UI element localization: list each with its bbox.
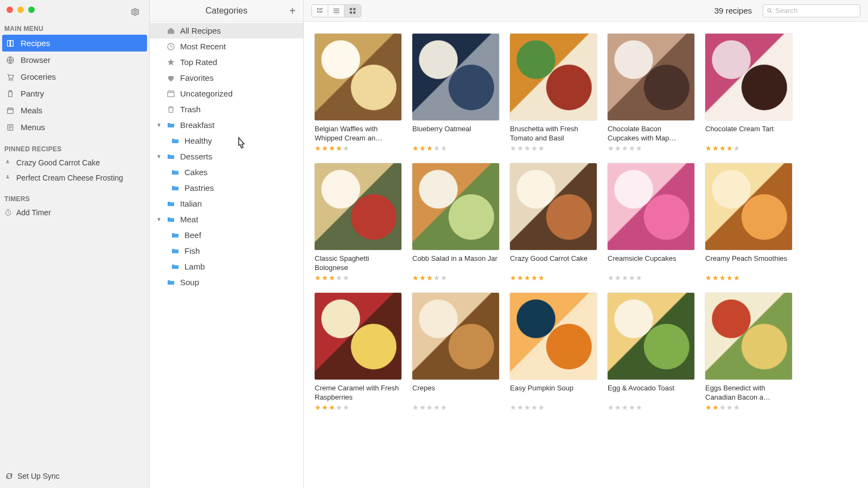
gear-icon	[130, 7, 140, 17]
star-icon: ★	[336, 274, 342, 282]
settings-gear-button[interactable]	[130, 7, 141, 17]
category-item[interactable]: Beef	[150, 227, 303, 243]
category-item[interactable]: Healthy	[150, 133, 303, 149]
pinned-recipe-item[interactable]: Crazy Good Carrot Cake	[0, 155, 149, 170]
recipe-rating: ★★★★★	[510, 144, 597, 152]
star-icon: ★	[412, 274, 419, 282]
home-icon	[166, 27, 176, 35]
recipe-card[interactable]: Easy Pumpkin Soup★★★★★	[510, 293, 597, 412]
sidebar-item-recipes[interactable]: Recipes	[2, 35, 147, 52]
category-item[interactable]: Uncategorized	[150, 86, 303, 101]
sidebar-item-groceries[interactable]: Groceries	[0, 68, 149, 85]
view-mode-list-button[interactable]	[328, 5, 344, 17]
view-mode-detail-button[interactable]	[312, 5, 328, 17]
sidebar-item-meals[interactable]: Meals	[0, 102, 149, 119]
svg-rect-17	[350, 8, 352, 10]
category-label: Most Recent	[180, 42, 226, 51]
add-category-button[interactable]: +	[289, 5, 296, 16]
recipe-card[interactable]: Belgian Waffles with Whipped Cream an…★★…	[315, 34, 401, 152]
recipe-card[interactable]: Eggs Benedict with Canadian Bacon a…★★★★…	[705, 293, 792, 412]
window-zoom-button[interactable]	[28, 7, 35, 13]
category-item[interactable]: Soup	[150, 274, 303, 290]
recipe-card[interactable]: Blueberry Oatmeal★★★★★	[412, 34, 499, 152]
recipe-title: Blueberry Oatmeal	[412, 125, 499, 143]
window-close-button[interactable]	[7, 7, 13, 13]
categories-title: Categories	[206, 6, 247, 16]
recipe-title: Eggs Benedict with Canadian Bacon a…	[705, 384, 792, 402]
disclosure-triangle-icon[interactable]: ▼	[156, 153, 162, 159]
recipe-title: Creamsicle Cupcakes	[608, 254, 694, 273]
disclosure-triangle-icon[interactable]: ▼	[156, 216, 162, 222]
box-icon	[166, 89, 176, 98]
star-icon: ★	[419, 403, 426, 412]
recipe-card[interactable]: Cobb Salad in a Mason Jar★★★★★	[412, 163, 499, 282]
recipe-title: Egg & Avocado Toast	[608, 384, 694, 402]
recipe-card[interactable]: Bruschetta with Fresh Tomato and Basil★★…	[510, 34, 597, 152]
pinned-recipe-label: Perfect Cream Cheese Frosting	[16, 174, 123, 182]
star-icon: ★	[531, 274, 538, 282]
recipe-card[interactable]: Creme Caramel with Fresh Raspberries★★★★…	[315, 293, 401, 412]
recipe-card[interactable]: Egg & Avocado Toast★★★★★	[608, 293, 694, 412]
view-mode-grid-button[interactable]	[344, 5, 361, 17]
category-item[interactable]: Most Recent	[150, 38, 303, 54]
category-item[interactable]: All Recipes	[150, 23, 303, 38]
star-icon: ★	[608, 144, 614, 152]
star-icon: ★	[510, 144, 516, 152]
sync-label: Set Up Sync	[17, 472, 60, 480]
star-icon: ★	[343, 144, 349, 152]
category-item[interactable]: Pastries	[150, 180, 303, 196]
star-icon: ★	[517, 403, 524, 412]
recipe-grid-scroll[interactable]: Belgian Waffles with Whipped Cream an…★★…	[304, 22, 868, 488]
svg-rect-18	[353, 8, 355, 10]
search-input[interactable]	[775, 7, 857, 15]
recipe-card[interactable]: Classic Spaghetti Bolognese★★★★★	[315, 163, 401, 282]
svg-rect-13	[319, 12, 322, 12]
category-item[interactable]: Top Rated	[150, 54, 303, 70]
recipe-card[interactable]: Crazy Good Carrot Cake★★★★★	[510, 163, 597, 282]
recipe-thumbnail	[412, 293, 499, 380]
category-item[interactable]: Favorites	[150, 70, 303, 86]
recipe-card[interactable]: Chocolate Bacon Cupcakes with Map…★★★★★	[608, 34, 694, 152]
category-item[interactable]: Trash	[150, 101, 303, 117]
star-icon: ★	[315, 274, 321, 282]
category-label: All Recipes	[180, 26, 221, 35]
sidebar-item-menus[interactable]: Menus	[0, 119, 149, 136]
disclosure-triangle-icon[interactable]: ▼	[156, 122, 162, 128]
menu-icon	[5, 123, 15, 132]
recipe-rating: ★★★★★	[510, 403, 597, 412]
star-icon: ★	[336, 144, 342, 152]
recipe-card[interactable]: Crepes★★★★★	[412, 293, 499, 412]
category-label: Favorites	[180, 73, 214, 82]
recipe-card[interactable]: Creamsicle Cupcakes★★★★★	[608, 163, 694, 282]
sidebar-item-browser[interactable]: Browser	[0, 52, 149, 68]
category-item[interactable]: ▼Meat	[150, 211, 303, 227]
pinned-recipe-item[interactable]: Perfect Cream Cheese Frosting	[0, 170, 149, 185]
categories-list: All RecipesMost RecentTop RatedFavorites…	[150, 22, 303, 488]
star-icon: ★	[615, 403, 621, 412]
recipe-card[interactable]: Creamy Peach Smoothies★★★★★	[705, 163, 792, 282]
recipe-card[interactable]: Chocolate Cream Tart★★★★★	[705, 34, 792, 152]
category-label: Uncategorized	[180, 89, 233, 98]
category-label: Pastries	[184, 183, 214, 192]
folder-icon	[166, 152, 176, 161]
set-up-sync-button[interactable]: Set Up Sync	[0, 466, 149, 488]
category-item[interactable]: ▼Desserts	[150, 149, 303, 164]
category-item[interactable]: Fish	[150, 243, 303, 259]
category-item[interactable]: Italian	[150, 196, 303, 211]
search-field[interactable]	[763, 4, 860, 17]
categories-panel: Categories + All RecipesMost RecentTop R…	[150, 0, 304, 488]
star-icon: ★	[705, 144, 712, 152]
star-icon: ★	[705, 274, 712, 282]
add-timer-button[interactable]: Add Timer	[0, 205, 149, 220]
calendar-icon	[5, 106, 15, 115]
category-item[interactable]: ▼Breakfast	[150, 117, 303, 133]
star-icon: ★	[441, 274, 447, 282]
star-icon	[166, 58, 176, 67]
categories-header: Categories +	[150, 0, 303, 22]
recipe-thumbnail	[315, 163, 401, 250]
category-item[interactable]: Lamb	[150, 259, 303, 274]
window-minimize-button[interactable]	[17, 7, 24, 13]
sidebar-item-pantry[interactable]: Pantry	[0, 85, 149, 102]
sidebar-item-label: Recipes	[21, 38, 50, 48]
category-item[interactable]: Cakes	[150, 164, 303, 180]
